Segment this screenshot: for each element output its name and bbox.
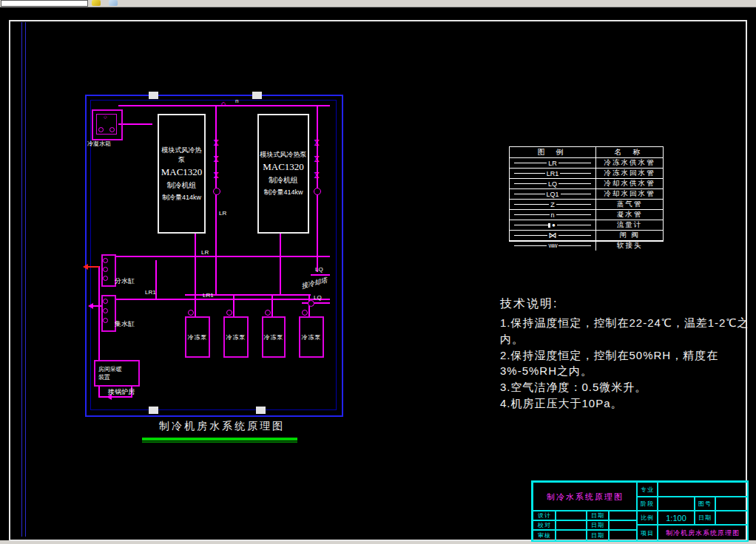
legend-row: Z 蒸气管 — [510, 199, 663, 209]
caption-underline — [142, 438, 297, 441]
legend-line — [514, 173, 545, 174]
legend-row: ⋈ 闸 阀 — [510, 230, 663, 240]
legend-line — [514, 204, 549, 205]
chiller-capacity: 制冷量414kw — [162, 193, 201, 203]
collector-label: 集水缸 — [115, 319, 135, 329]
legend-symbol-text: LQ — [547, 180, 558, 188]
project-label: 项目 — [636, 524, 658, 542]
soft-joint-symbol-icon: WW — [547, 243, 558, 248]
legend-line — [558, 183, 591, 184]
pencil-tool-icon[interactable] — [92, 0, 101, 6]
date-label: 日期 — [694, 510, 716, 526]
tank-port-icon — [98, 127, 104, 132]
chiller-unit-1: 模块式风冷热泵 MAC1320 制冷机组 制冷量414kw — [158, 114, 206, 234]
pump-4: 冷冻泵 — [299, 316, 324, 358]
chiller-model: MAC1320 — [161, 166, 203, 178]
pump-port-icon — [302, 310, 308, 316]
command-input[interactable] — [1, 0, 88, 7]
legend-name-cell: 冷冻水供水管 — [596, 158, 663, 168]
junction-icon: ◇ — [221, 101, 226, 107]
chiller-capacity: 制冷量414kw — [263, 188, 303, 197]
pipe-segment — [195, 294, 196, 316]
pump-label: 冷冻泵 — [188, 333, 208, 341]
cad-canvas: ⋈ ⋈ ⋈ ⋈ ⋈ ⋈ ◇ 模块式风冷热泵 MAC1320 制冷机组 制冷量41… — [0, 0, 756, 544]
valve-icon: ⋈ — [212, 171, 220, 179]
legend-symbol-cell: WW — [510, 241, 596, 251]
pipe-label-lq: LQ — [315, 266, 323, 273]
valve-icon: ⋈ — [212, 139, 220, 146]
layers-tool-icon[interactable] — [109, 0, 118, 6]
legend-table: 图 例 名 称 LR 冷冻水供水管 LR1 冷冻水回水管 LQ 冷却水供水管 L… — [509, 146, 664, 242]
pipe-segment — [195, 231, 196, 294]
legend-row: n 凝水管 — [510, 209, 663, 220]
legend-row: LR 冷冻水供水管 — [510, 157, 663, 168]
pipe-label-n: n — [235, 98, 238, 104]
pipe-segment — [271, 294, 273, 316]
pipe-port-icon — [308, 300, 314, 307]
discipline-value-cell — [657, 482, 749, 497]
stage-value-cell — [657, 496, 695, 511]
date-value-cell — [715, 510, 749, 526]
drawing-caption: 制冷机房水系统原理图 — [159, 420, 285, 433]
project-title: 制冷机房水系统原理图 — [657, 524, 749, 542]
red-arrow-icon — [83, 264, 88, 270]
room-heating-box: 房间采暖 装置 — [94, 360, 140, 387]
port-icon — [103, 258, 108, 263]
legend-name-cell: 流量计 — [596, 220, 663, 230]
legend-line — [514, 225, 548, 225]
legend-line — [558, 163, 591, 163]
legend-line — [514, 194, 545, 194]
heating-box-line2: 装置 — [98, 373, 110, 381]
pipe-label-lq: LQ — [314, 294, 322, 301]
chiller-unit-2: 模块式风冷热泵 MAC1320 制冷机组 制冷量414kw — [257, 114, 309, 234]
valve-symbol-icon: ⋈ — [547, 231, 558, 240]
pump-label: 冷冻泵 — [226, 333, 246, 341]
heating-box-line1: 房间采暖 — [98, 365, 122, 373]
caption-underline-shadow — [142, 441, 297, 443]
door-mark — [252, 92, 262, 99]
condensate-tank-label: 冷凝水箱 — [87, 140, 111, 148]
legend-symbol-text: n — [550, 211, 556, 219]
door-mark — [256, 407, 266, 414]
legend-symbol-text: LQ1 — [545, 191, 561, 198]
legend-symbol-cell: ⋈ — [510, 231, 596, 240]
pipe-segment — [215, 105, 217, 294]
pump-2: 冷冻泵 — [223, 316, 249, 358]
legend-name-cell: 冷冻水回水管 — [596, 169, 663, 178]
scale-label: 比例 — [636, 510, 658, 526]
legend-line — [557, 225, 591, 225]
legend-line — [561, 194, 592, 194]
legend-name-cell: 冷却水供水管 — [596, 179, 663, 188]
valve-icon: ⋈ — [313, 171, 320, 179]
pump-label: 冷冻泵 — [302, 333, 322, 341]
review-value-cell — [555, 529, 587, 542]
title-block-main-title: 制冷水系统原理图 — [533, 482, 638, 511]
notes-item-1: 1.保持温度恒定，控制在22-24℃，温差1-2℃之内。 — [500, 315, 750, 347]
chiller-name: 模块式风冷热泵 — [260, 150, 307, 160]
legend-symbol-cell: LQ — [510, 179, 596, 188]
legend-line — [514, 235, 547, 236]
pipe-label-lr1: LR1 — [145, 289, 156, 296]
chiller-name: 模块式风冷热泵 — [159, 146, 204, 165]
legend-row: LQ1 冷却水回水管 — [510, 188, 663, 199]
sheet-margin-line — [21, 22, 26, 537]
review-label: 审核 — [533, 529, 556, 542]
legend-line — [558, 235, 592, 236]
flow-meter-icon — [314, 188, 321, 195]
legend-line — [514, 163, 547, 163]
door-mark — [149, 92, 158, 99]
notes-item-3: 3.空气洁净度：0.5微米升。 — [500, 379, 750, 395]
pipe-label-lr1: LR1 — [203, 292, 214, 299]
pipe-label-lr: LR — [219, 210, 226, 217]
pump-port-icon — [188, 310, 194, 316]
drawing-no-label: 图号 — [694, 496, 716, 511]
legend-header-symbol: 图 例 — [510, 147, 596, 157]
legend-row: LR1 冷冻水回水管 — [510, 168, 663, 178]
legend-name-cell: 凝水管 — [596, 210, 663, 220]
legend-line — [560, 173, 591, 174]
toolbar — [0, 0, 756, 7]
port-icon — [103, 276, 108, 281]
pipe-segment — [118, 123, 152, 125]
scale-value: 1:100 — [657, 510, 695, 526]
door-mark — [149, 407, 158, 414]
